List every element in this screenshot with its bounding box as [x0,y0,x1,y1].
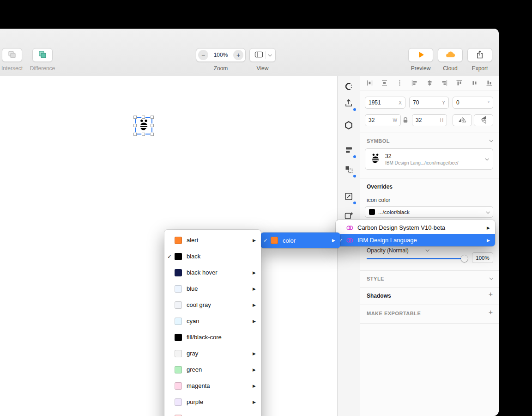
symbol-dropdown-chevron-icon [485,157,489,160]
color-menu-item[interactable]: ✓ alert ▶ [164,232,261,248]
zoom-label: Zoom [196,65,246,72]
color-name: gray [187,350,198,357]
color-name: purple [187,398,203,405]
flip-vertical-button[interactable] [474,114,493,126]
preview-button[interactable] [408,48,433,62]
color-menu-item[interactable]: ✓ red ▶ [164,410,261,416]
rotation-field[interactable]: 0 ° [453,97,493,109]
color-menu-item[interactable]: ✓ purple ▶ [164,394,261,410]
color-menu-item[interactable]: ✓ black ▶ [164,248,261,264]
symbol-section-chevron-icon[interactable] [489,138,493,142]
color-swatch [175,318,182,325]
symbol-selector[interactable]: 32 IBM Design Lang.../icon/image/bee/ [365,148,493,170]
flip-horizontal-button[interactable] [453,114,472,126]
view-group: View [249,29,276,76]
color-menu-item[interactable]: ✓ cyan ▶ [164,313,261,329]
badge-dot [353,108,356,111]
screenshot-root: { "icons": { "check": "✓", "submenu_arro… [0,0,532,416]
library-menu-item[interactable]: ✓ Carbon Design System V10-beta ▶ [336,221,495,234]
y-value: 70 [413,99,419,106]
color-name: black hover [187,269,217,276]
difference-button[interactable] [32,48,53,62]
color-group-menu-item[interactable]: ✓ color ▶ [260,232,340,248]
add-shadow-button[interactable]: + [489,290,493,299]
opacity-slider-knob[interactable] [461,255,468,262]
lock-ratio-icon[interactable] [403,117,408,125]
resize-handle[interactable] [133,116,137,119]
color-swatch [175,366,182,373]
zoom-out-button[interactable]: − [198,50,208,60]
width-field[interactable]: 32 W [365,114,401,126]
symbol-source-button[interactable] [338,119,360,133]
cloud-button[interactable] [438,48,463,62]
view-button[interactable] [249,48,276,62]
submenu-arrow-icon: ▶ [253,384,261,388]
align-right-icon[interactable] [441,80,448,88]
opacity-value-field[interactable]: 100% [472,252,493,263]
layout-settings-button[interactable] [338,144,360,158]
view-separator [266,51,266,59]
chevron-down-icon [268,53,272,56]
color-menu-item[interactable]: ✓ fill/black-core ▶ [164,329,261,345]
submenu-arrow-icon: ▶ [253,287,261,291]
submenu-arrow-icon: ▶ [253,319,261,324]
icon-color-dropdown[interactable]: .../color/black [365,206,493,218]
color-swatch [175,350,182,357]
alignment-toolbar [360,76,499,91]
minus-icon: − [201,52,205,58]
resize-handle[interactable] [151,116,154,119]
align-top-icon[interactable] [456,80,463,88]
upload-symbol-button[interactable] [338,97,360,110]
resize-handle[interactable] [151,133,154,136]
bee-icon [138,119,150,133]
resize-handle[interactable] [133,124,137,127]
symbol-name: 32 [385,153,481,159]
height-field[interactable]: 32 H [412,114,447,126]
vector-edit-button[interactable] [338,190,360,204]
align-left-icon[interactable] [411,80,418,88]
zoom-in-button[interactable]: + [233,50,243,60]
resize-handle[interactable] [151,124,154,127]
resize-handle[interactable] [142,133,145,136]
color-menu-item[interactable]: ✓ magenta ▶ [164,378,261,394]
resize-handle[interactable] [142,116,145,119]
make-exportable-button[interactable]: + [489,308,493,317]
zoom-group: − 100% + Zoom [196,29,246,76]
y-position-field[interactable]: 70 Y [409,97,449,109]
submenu-arrow-icon: ▶ [253,303,261,307]
selected-bee-symbol[interactable] [135,117,152,135]
align-bottom-icon[interactable] [486,80,493,88]
align-middle-icon[interactable] [471,80,478,88]
override-value: .../color/black [378,209,410,215]
resize-handle[interactable] [133,133,137,136]
opacity-chevron-icon[interactable] [425,248,429,251]
more-options-icon[interactable] [396,80,403,88]
submenu-arrow-icon: ▶ [487,238,495,243]
submenu-arrow-icon: ▶ [253,367,261,372]
color-menu-item[interactable]: ✓ green ▶ [164,361,261,378]
intersect-button[interactable] [2,48,22,62]
symbol-path: IBM Design Lang.../icon/image/bee/ [385,160,481,165]
share-icon [476,50,484,60]
library-menu-item[interactable]: ✓ IBM Design Language ▶ [336,234,495,246]
align-center-horizontal-icon[interactable] [426,80,433,88]
symbol-instance-button[interactable] [338,163,360,177]
overrides-header: Overrides [367,184,393,190]
x-position-field[interactable]: 1951 X [365,97,405,109]
color-menu-item[interactable]: ✓ gray ▶ [164,345,261,361]
badge-dot [353,175,356,177]
distribute-vertical-icon[interactable] [381,80,388,88]
opacity-slider[interactable] [367,258,467,259]
export-button[interactable] [467,48,492,62]
difference-icon [38,50,47,61]
style-section-chevron-icon[interactable] [489,276,493,280]
play-icon [417,50,425,60]
distribute-horizontal-icon[interactable] [366,80,373,88]
color-menu-item[interactable]: ✓ cool gray ▶ [164,297,261,313]
preview-label: Preview [408,65,433,72]
color-swatch [175,415,182,416]
color-name: cool gray [187,301,211,308]
components-button[interactable] [338,80,360,94]
color-menu-item[interactable]: ✓ black hover ▶ [164,264,261,281]
color-menu-item[interactable]: ✓ blue ▶ [164,281,261,297]
